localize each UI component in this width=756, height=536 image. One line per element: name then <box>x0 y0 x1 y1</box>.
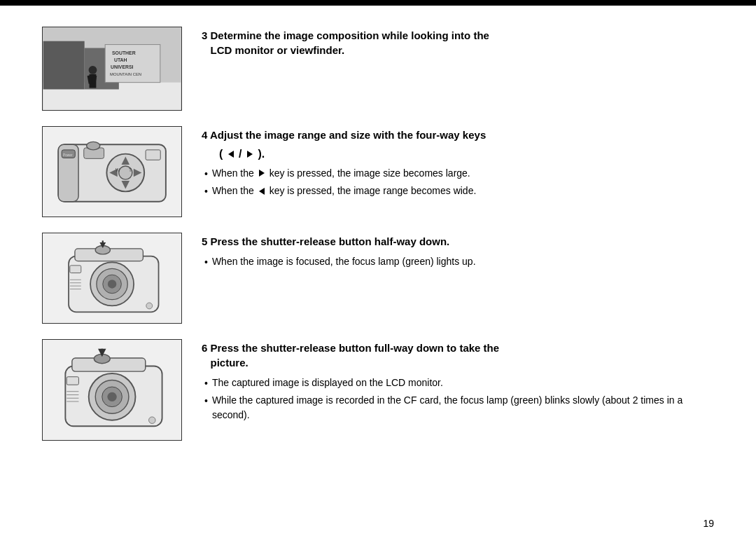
section-4-image: Power W T <box>42 126 182 217</box>
section-5-heading: 5 Press the shutter-release button half-… <box>202 234 714 249</box>
svg-text:Power: Power <box>63 154 73 158</box>
svg-text:MOUNTAIN CEN: MOUNTAIN CEN <box>110 72 141 76</box>
section-4-bullet-1: • When the key is pressed, the image siz… <box>202 166 714 181</box>
section-4: Power W T 4 <box>42 126 714 217</box>
section-6-heading: 6 Press the shutter-release button full-… <box>202 341 714 370</box>
section-4-text: 4 Adjust the image range and size with t… <box>202 126 714 202</box>
section-6-bullet-2: • While the captured image is recorded i… <box>202 393 714 422</box>
svg-rect-27 <box>146 150 160 160</box>
bullet-icon: • <box>204 376 208 390</box>
section-3: SOUTHER UTAH UNIVERSI MOUNTAIN CEN 3 Det… <box>42 27 714 111</box>
svg-point-26 <box>87 142 100 151</box>
svg-point-51 <box>107 392 116 401</box>
arrow-left-bullet-icon <box>259 188 265 195</box>
section-4-heading: 4 Adjust the image range and size with t… <box>202 128 714 142</box>
bullet-icon: • <box>204 167 208 181</box>
section-5: 5 Press the shutter-release button half-… <box>42 233 714 324</box>
section-5-text: 5 Press the shutter-release button half-… <box>202 233 714 272</box>
section-3-heading: 3 Determine the image composition while … <box>202 28 714 57</box>
svg-text:T: T <box>129 167 132 172</box>
svg-text:W: W <box>115 167 120 172</box>
section-6-image <box>42 339 182 441</box>
section-4-keys: ( / ). <box>213 148 714 160</box>
svg-point-42 <box>146 303 153 309</box>
bullet-icon: • <box>204 394 208 408</box>
svg-text:SOUTHER: SOUTHER <box>112 50 136 55</box>
svg-text:UTAH: UTAH <box>114 57 127 62</box>
svg-text:UNIVERSI: UNIVERSI <box>111 64 134 69</box>
bullet-icon: • <box>204 255 208 269</box>
section-6-text: 6 Press the shutter-release button full-… <box>202 339 714 425</box>
section-5-bullet-1: • When the image is focused, the focus l… <box>202 254 714 269</box>
section-4-bullet-2: • When the key is pressed, the image ran… <box>202 184 714 198</box>
section-6-bullet-1: • The captured image is displayed on the… <box>202 376 714 390</box>
svg-rect-52 <box>66 377 78 385</box>
section-3-text: 3 Determine the image composition while … <box>202 27 714 63</box>
svg-point-57 <box>148 417 155 424</box>
page-number: 19 <box>703 518 714 529</box>
section-3-image: SOUTHER UTAH UNIVERSI MOUNTAIN CEN <box>42 27 182 111</box>
arrow-right-icon <box>247 151 253 158</box>
page-content: SOUTHER UTAH UNIVERSI MOUNTAIN CEN 3 Det… <box>42 14 714 515</box>
svg-point-36 <box>108 280 116 289</box>
bullet-icon: • <box>204 184 208 198</box>
svg-rect-2 <box>43 41 85 90</box>
svg-rect-37 <box>70 266 81 273</box>
arrow-right-bullet-icon <box>259 170 265 177</box>
section-5-image <box>42 233 182 324</box>
section-6: 6 Press the shutter-release button full-… <box>42 339 714 441</box>
arrow-left-icon <box>228 151 234 158</box>
top-bar <box>0 0 756 6</box>
svg-point-9 <box>89 66 97 74</box>
